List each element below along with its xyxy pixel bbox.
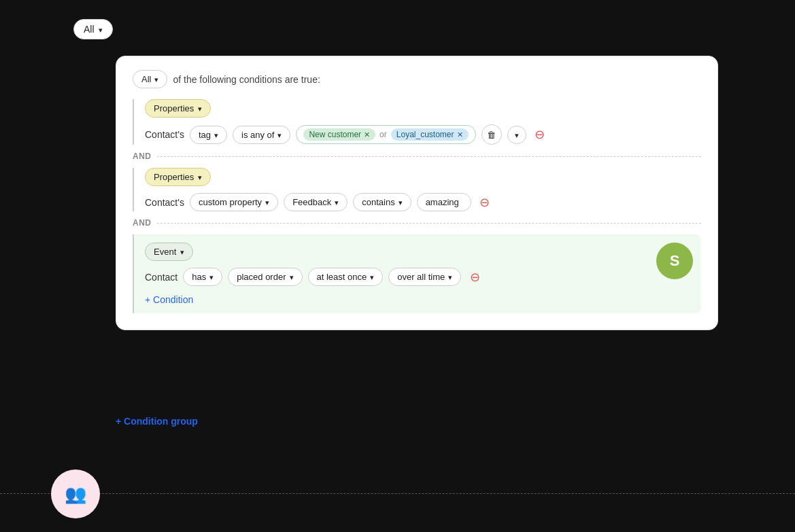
- add-condition-group-btn[interactable]: + Condition group: [116, 416, 198, 427]
- block3-overalltime-chevron: [448, 272, 452, 282]
- block2-feedback-label: Feedback: [292, 197, 331, 207]
- block1-tag-dropdown[interactable]: tag: [190, 126, 227, 144]
- shopify-icon-label: S: [670, 252, 680, 270]
- block1-chevron: [198, 103, 202, 113]
- block2-amazing-input[interactable]: amazing: [417, 193, 471, 211]
- header-text: of the following conditions are true:: [173, 74, 320, 85]
- block3-event-chevron: [180, 247, 184, 257]
- block2-customprop-label: custom property: [199, 197, 262, 207]
- block2-remove-btn[interactable]: ⊖: [477, 194, 493, 211]
- top-all-dropdown[interactable]: All: [73, 19, 113, 39]
- block1-isanyof-label: is any of: [241, 130, 274, 140]
- block2-amazing-value: amazing: [426, 197, 459, 207]
- block1-tag2-text: Loyal_customer: [396, 130, 454, 139]
- and-line-1: [157, 156, 702, 157]
- bottom-avatar: 👥: [51, 469, 100, 518]
- block2-contact-label: Contact's: [145, 197, 184, 208]
- block2-chevron: [198, 172, 202, 182]
- block1-tag1-text: New customer: [309, 130, 361, 139]
- add-condition-label: + Condition: [145, 294, 193, 305]
- block1-more-btn[interactable]: [507, 126, 526, 144]
- block1-tag2-chip: Loyal_customer ✕: [391, 128, 469, 141]
- block3-contact-label: Contact: [145, 272, 177, 283]
- block1-condition-row: Contact's tag is any of New customer ✕ o…: [145, 124, 701, 145]
- and-line-2: [157, 223, 702, 224]
- block1-contact-label: Contact's: [145, 129, 184, 140]
- block1-tag-label: tag: [199, 130, 211, 140]
- block3-condition-row: Contact has placed order at least once: [145, 268, 656, 286]
- block3-atleastonce-chevron: [370, 272, 374, 282]
- and-separator-2: AND: [133, 218, 701, 228]
- block2-contains-label: contains: [362, 197, 394, 207]
- top-all-chevron: [99, 24, 103, 35]
- block2-condition-row: Contact's custom property Feedback conta…: [145, 193, 701, 211]
- block3-has-label: has: [192, 272, 206, 282]
- block3-placedorder-label: placed order: [237, 272, 286, 282]
- condition-block-2: Properties Contact's custom property Fee…: [133, 168, 701, 211]
- add-condition-btn[interactable]: + Condition: [145, 294, 193, 305]
- and-separator-1: AND: [133, 152, 701, 161]
- block1-trash-btn[interactable]: 🗑: [481, 124, 502, 145]
- block1-tag1-remove[interactable]: ✕: [364, 130, 370, 139]
- block1-remove-btn[interactable]: ⊖: [532, 126, 548, 143]
- block3-overalltime-label: over all time: [397, 272, 445, 282]
- block3-has-chevron: [209, 272, 214, 282]
- block1-or-text: or: [379, 130, 387, 139]
- block3-has-dropdown[interactable]: has: [183, 268, 222, 286]
- top-all-label: All: [84, 24, 95, 35]
- header-chevron: [154, 74, 158, 84]
- block3-atleastonce-label: at least once: [317, 272, 367, 282]
- bottom-dashed-line: [0, 493, 795, 494]
- header-all-label: All: [141, 74, 151, 84]
- block3-event-dropdown[interactable]: Event: [145, 243, 193, 261]
- and-label-2: AND: [133, 218, 152, 228]
- header-all-dropdown[interactable]: All: [133, 70, 167, 88]
- block2-contains-dropdown[interactable]: contains: [353, 193, 411, 211]
- condition-block-3: Event Contact has placed order: [133, 234, 701, 313]
- block2-contains-chevron: [399, 197, 403, 207]
- block1-tag-values: New customer ✕ or Loyal_customer ✕: [296, 125, 475, 144]
- block2-feedback-dropdown[interactable]: Feedback: [284, 193, 348, 211]
- block3-type-label: Event: [154, 247, 176, 257]
- block2-customprop-chevron: [265, 197, 269, 207]
- block1-tag2-remove[interactable]: ✕: [457, 130, 463, 139]
- block1-isanyof-chevron: [277, 130, 282, 140]
- block2-type-label: Properties: [154, 172, 194, 182]
- add-condition-group-label: + Condition group: [116, 416, 198, 427]
- block1-tag1-chip: New customer ✕: [303, 128, 375, 141]
- block1-properties-dropdown[interactable]: Properties: [145, 99, 211, 118]
- main-condition-card: All of the following conditions are true…: [116, 56, 718, 330]
- block3-placedorder-dropdown[interactable]: placed order: [228, 268, 302, 286]
- block2-customprop-dropdown[interactable]: custom property: [190, 193, 278, 211]
- block3-overalltime-dropdown[interactable]: over all time: [388, 268, 461, 286]
- avatar-icon: 👥: [65, 484, 86, 505]
- shopify-logo: S: [656, 243, 693, 279]
- block2-feedback-chevron: [335, 197, 339, 207]
- block1-type-label: Properties: [154, 103, 194, 113]
- block3-remove-btn[interactable]: ⊖: [467, 269, 483, 285]
- block2-properties-dropdown[interactable]: Properties: [145, 168, 211, 186]
- block1-more-chevron: [515, 130, 519, 140]
- block3-atleastonce-dropdown[interactable]: at least once: [308, 268, 384, 286]
- block1-tag-chevron: [214, 130, 218, 140]
- block3-placedorder-chevron: [290, 272, 294, 282]
- block1-isanyof-dropdown[interactable]: is any of: [233, 126, 290, 144]
- card-header: All of the following conditions are true…: [133, 70, 701, 88]
- and-label-1: AND: [133, 152, 152, 161]
- condition-block-1: Properties Contact's tag is any of New c…: [133, 99, 701, 145]
